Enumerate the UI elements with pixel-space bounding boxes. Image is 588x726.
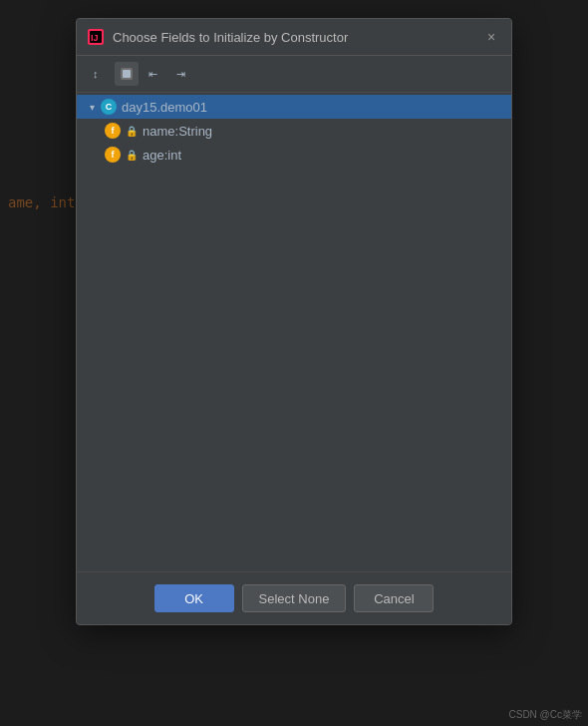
cancel-button[interactable]: Cancel [354, 584, 434, 612]
field-label-age: age:int [143, 148, 181, 163]
svg-rect-5 [123, 70, 131, 78]
svg-text:↕: ↕ [93, 68, 99, 80]
svg-text:⇥: ⇥ [176, 68, 185, 80]
ok-button[interactable]: OK [154, 584, 234, 612]
dialog: IJ Choose Fields to Initialize by Constr… [76, 18, 512, 625]
svg-text:⇤: ⇤ [148, 68, 157, 80]
class-icon: C [101, 99, 117, 115]
lock-icon-age: 🔒 [126, 149, 138, 161]
close-button[interactable]: × [481, 27, 501, 47]
tree-children: f 🔒 name:String f 🔒 age:int [77, 119, 511, 167]
dialog-footer: OK Select None Cancel [77, 571, 511, 624]
lock-icon-name: 🔒 [126, 125, 138, 137]
field-label-name: name:String [143, 124, 212, 139]
field-icon-name: f [105, 123, 121, 139]
svg-text:IJ: IJ [91, 33, 99, 43]
dialog-icon: IJ [87, 28, 105, 46]
sort-button[interactable]: ↕ [87, 62, 111, 86]
tree-item-name[interactable]: f 🔒 name:String [97, 119, 511, 143]
dialog-backdrop: IJ Choose Fields to Initialize by Constr… [0, 0, 588, 726]
tree-root-item[interactable]: ▾ C day15.demo01 [77, 95, 511, 119]
dialog-title: Choose Fields to Initialize by Construct… [113, 30, 481, 45]
tree-content: ▾ C day15.demo01 f 🔒 name:String f 🔒 age… [77, 93, 511, 571]
tree-item-age[interactable]: f 🔒 age:int [97, 143, 511, 167]
select-none-button[interactable]: Select None [242, 584, 347, 612]
collapse-button[interactable]: ⇤ [143, 62, 166, 86]
root-label: day15.demo01 [122, 100, 207, 115]
field-icon-age: f [105, 147, 121, 163]
chevron-down-icon: ▾ [85, 100, 99, 114]
select-all-button[interactable] [115, 62, 139, 86]
dialog-toolbar: ↕ ⇤ ⇥ [77, 56, 511, 93]
dialog-titlebar: IJ Choose Fields to Initialize by Constr… [77, 19, 511, 56]
expand-button[interactable]: ⇥ [170, 62, 194, 86]
